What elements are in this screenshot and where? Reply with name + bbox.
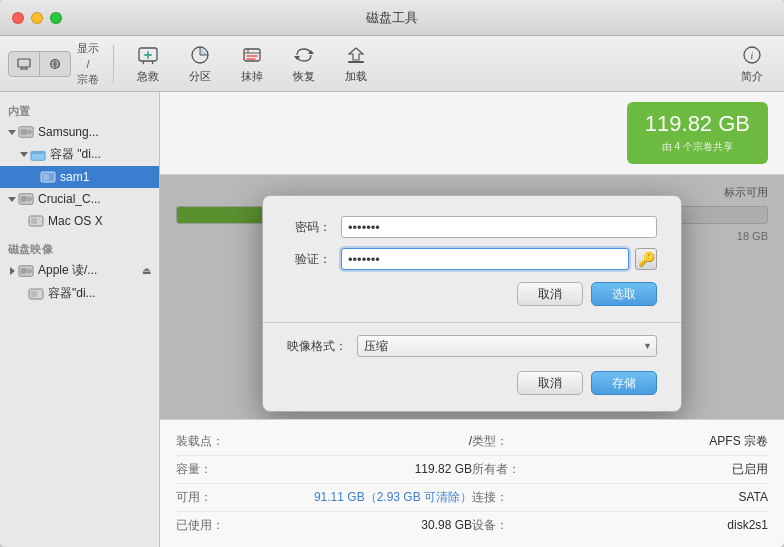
svg-point-35	[28, 269, 32, 273]
disk-icon-crucial	[18, 191, 34, 207]
svg-rect-25	[31, 151, 45, 154]
volume-button[interactable]	[40, 52, 70, 76]
info-table: 装载点： / 容量： 119.82 GB 可用： 91.11 GB（2.93 G…	[160, 419, 784, 547]
display-button[interactable]	[9, 52, 40, 76]
volume-label: 宗卷	[77, 72, 99, 87]
device-val: disk2s1	[528, 518, 768, 532]
info-row-mount: 装载点： /	[176, 428, 472, 456]
info-row-available: 可用： 91.11 GB（2.93 GB 可清除）	[176, 484, 472, 512]
mount-val: /	[232, 434, 472, 448]
expand-triangle-samsung	[8, 128, 16, 136]
connection-val: SATA	[528, 490, 768, 504]
info-row-device: 设备： disk2s1	[472, 512, 768, 539]
format-label: 映像格式：	[287, 338, 347, 355]
cancel-button-1[interactable]: 取消	[517, 282, 583, 306]
sidebar-item-crucial[interactable]: Crucial_C...	[0, 188, 159, 210]
partition-button[interactable]: 分区	[176, 40, 224, 88]
capacity-val: 119.82 GB	[232, 462, 472, 476]
key-button[interactable]: 🔑	[635, 248, 657, 270]
maximize-button[interactable]	[50, 12, 62, 24]
close-button[interactable]	[12, 12, 24, 24]
svg-rect-0	[18, 59, 30, 67]
type-val: APFS 宗卷	[528, 433, 768, 450]
info-label: 简介	[741, 69, 763, 84]
sidebar-section-internal: 内置	[0, 100, 159, 121]
svg-rect-34	[21, 268, 27, 273]
mount-icon	[342, 44, 370, 66]
modal-body: 密码： 验证： 🔑 取消	[263, 196, 681, 322]
modal-bottom-btns: 取消 存储	[263, 371, 681, 411]
main-layout: 内置 Samsung...	[0, 92, 784, 547]
info-row-capacity: 容量： 119.82 GB	[176, 456, 472, 484]
volume-icon-apple-container	[28, 286, 44, 302]
info-button[interactable]: i 简介	[728, 40, 776, 88]
svg-rect-18	[348, 61, 364, 63]
mount-label: 加载	[345, 69, 367, 84]
partition-label: 分区	[189, 69, 211, 84]
sidebar-item-container[interactable]: 容器 "di...	[0, 143, 159, 166]
restore-button[interactable]: 恢复	[280, 40, 328, 88]
minimize-button[interactable]	[31, 12, 43, 24]
rescue-label: 急救	[137, 69, 159, 84]
svg-text:i: i	[751, 50, 754, 61]
display-label: 显示	[77, 41, 99, 56]
svg-rect-29	[21, 196, 27, 201]
erase-button[interactable]: 抹掉	[228, 40, 276, 88]
restore-icon	[290, 44, 318, 66]
mount-button[interactable]: 加载	[332, 40, 380, 88]
svg-rect-37	[31, 291, 37, 297]
disk-icon-samsung	[18, 124, 34, 140]
window-controls	[12, 12, 62, 24]
owner-key: 所有者：	[472, 461, 528, 478]
format-select[interactable]: 压缩 读/写 DVD/CD 母版 只读	[357, 335, 657, 357]
modal-separator	[263, 322, 681, 323]
svg-point-30	[28, 197, 32, 201]
password-field-row: 密码：	[287, 216, 657, 238]
toolbar-sep-1	[113, 45, 114, 83]
format-select-wrap: 压缩 读/写 DVD/CD 母版 只读 ▼	[357, 335, 657, 357]
content-middle: 标示可用 18 GB 密码：	[160, 175, 784, 419]
sidebar-item-sam1[interactable]: sam1	[0, 166, 159, 188]
modal-btn-row-1: 取消 选取	[287, 282, 657, 306]
available-key: 可用：	[176, 489, 232, 506]
info-col-right: 类型： APFS 宗卷 所有者： 已启用 连接： SATA 设备： disk2s…	[472, 428, 768, 539]
expand-triangle-crucial	[8, 195, 16, 203]
sidebar-label-container: 容器 "di...	[50, 146, 151, 163]
rescue-button[interactable]: 急救	[124, 40, 172, 88]
sidebar-item-apple-container[interactable]: 容器"di...	[0, 282, 159, 305]
verify-label: 验证：	[287, 251, 331, 268]
type-key: 类型：	[472, 433, 528, 450]
sidebar-label-apple: Apple 读/...	[38, 262, 140, 279]
svg-rect-32	[31, 218, 37, 224]
eject-icon[interactable]: ⏏	[142, 265, 151, 276]
capacity-box: 119.82 GB 由 4 个宗卷共享	[627, 102, 768, 164]
rescue-icon	[134, 44, 162, 66]
volume-icon-sam1	[40, 169, 56, 185]
password-modal: 密码： 验证： 🔑 取消	[262, 195, 682, 412]
sidebar-label-sam1: sam1	[60, 170, 151, 184]
save-button[interactable]: 存储	[591, 371, 657, 395]
sidebar-label-samsung: Samsung...	[38, 125, 151, 139]
expand-triangle-apple	[8, 267, 16, 275]
available-val: 91.11 GB（2.93 GB 可清除）	[232, 489, 472, 506]
svg-rect-22	[21, 129, 27, 134]
expand-triangle-container	[20, 151, 28, 159]
info-col-left: 装载点： / 容量： 119.82 GB 可用： 91.11 GB（2.93 G…	[176, 428, 472, 539]
verify-input[interactable]	[341, 248, 629, 270]
password-label: 密码：	[287, 219, 331, 236]
used-val: 30.98 GB	[232, 518, 472, 532]
restore-label: 恢复	[293, 69, 315, 84]
password-input[interactable]	[341, 216, 657, 238]
sidebar-item-macosx[interactable]: Mac OS X	[0, 210, 159, 232]
sidebar-item-apple-read[interactable]: Apple 读/... ⏏	[0, 259, 159, 282]
info-row-owner: 所有者： 已启用	[472, 456, 768, 484]
svg-point-23	[28, 130, 32, 134]
owner-val: 已启用	[528, 461, 768, 478]
device-key: 设备：	[472, 517, 528, 534]
choose-button[interactable]: 选取	[591, 282, 657, 306]
sidebar-item-samsung[interactable]: Samsung...	[0, 121, 159, 143]
titlebar: 磁盘工具	[0, 0, 784, 36]
erase-icon	[238, 44, 266, 66]
connection-key: 连接：	[472, 489, 528, 506]
cancel-button-2[interactable]: 取消	[517, 371, 583, 395]
